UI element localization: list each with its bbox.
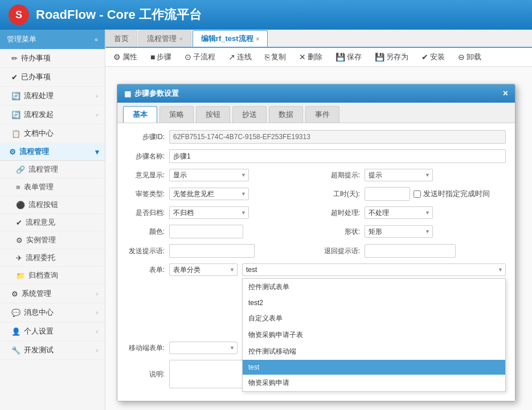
modal-title: 步骤参数设置 — [134, 88, 179, 99]
toolbar-btn-subprocess[interactable]: ⊙ 子流程 — [182, 51, 218, 63]
tab-flow-manage[interactable]: 流程管理 × — [138, 30, 191, 47]
sidebar-item-personal[interactable]: 👤 个人设置 › — [0, 322, 105, 341]
mobile-form-select[interactable] — [169, 342, 238, 354]
tabs-bar: 首页 流程管理 × 编辑rf_test流程 × — [105, 30, 532, 48]
returntip-input[interactable] — [365, 244, 456, 258]
overtime-handle-select[interactable]: 不处理 — [365, 206, 433, 219]
form-dropdown-list: 控件测试表单 test2 自定义表单 物资采购申请子表 控件测试移动端 test… — [242, 278, 506, 392]
modal-tab-data[interactable]: 数据 — [269, 106, 303, 123]
toolbar-btn-property[interactable]: ⚙ 属性 — [111, 51, 140, 63]
sidebar-header: 管理菜单 « — [0, 30, 105, 49]
stepid-input[interactable] — [169, 130, 506, 144]
form-row-stepname: 步骤名称: — [126, 149, 506, 163]
sub-btn-icon: ⚫ — [16, 201, 25, 209]
sub-instance-icon: ⚙ — [16, 236, 23, 245]
shape-select[interactable]: 矩形 — [365, 225, 433, 238]
sidebar-item-process-handle[interactable]: 🔄 流程处理 › — [0, 87, 105, 105]
modal-tabs: 基本 策略 按钮 抄送 数据 事件 — [117, 103, 515, 123]
sidebar-sub-archive[interactable]: 📁 归档查询 — [0, 267, 105, 285]
toolbar-btn-uninstall[interactable]: ⊖ 卸载 — [456, 51, 484, 63]
stepname-input[interactable] — [169, 149, 506, 163]
toolbar-btn-saveas[interactable]: 💾 另存为 — [373, 51, 411, 63]
dropdown-item-5[interactable]: test — [243, 360, 505, 375]
arrow-icon-4: › — [96, 310, 98, 316]
tab-home[interactable]: 首页 — [105, 30, 137, 47]
toolbar-btn-copy[interactable]: ⎘ 复制 — [263, 51, 288, 63]
color-input[interactable] — [169, 225, 243, 238]
toolbar: ⚙ 属性 ■ 步骤 ⊙ 子流程 ↗ 连线 ⎘ 复制 ✕ 删除 — [105, 48, 532, 67]
sidebar-sub-instance[interactable]: ⚙ 实例管理 — [0, 232, 105, 249]
send-on-done-label: 发送时指定完成时间 — [414, 189, 490, 199]
modal-tab-strategy[interactable]: 策略 — [159, 106, 194, 123]
tab-close-edit[interactable]: × — [256, 36, 260, 42]
isarchive-select[interactable]: 不归档 — [169, 206, 249, 219]
modal-tab-event[interactable]: 事件 — [305, 106, 339, 123]
form-select[interactable]: test — [242, 263, 506, 276]
arrow-icon-2: › — [96, 112, 98, 118]
sidebar-sub-flow-opinion[interactable]: ✔ 流程意见 — [0, 214, 105, 232]
toolbar-btn-step[interactable]: ■ 步骤 — [148, 51, 174, 63]
opinion-select[interactable]: 显示 — [169, 169, 249, 181]
modal-tab-basic[interactable]: 基本 — [123, 106, 157, 123]
modal-tab-button[interactable]: 按钮 — [196, 106, 230, 123]
sidebar-sub-flow-btn[interactable]: ⚫ 流程按钮 — [0, 196, 105, 214]
header-title: RoadFlow - Core 工作流平台 — [36, 6, 202, 23]
sidebar-sub-form-manage[interactable]: ≡ 表单管理 — [0, 178, 105, 196]
form-row-stepid: 步骤ID: — [126, 130, 506, 144]
mobile-form-select-wrapper — [169, 342, 238, 354]
modal-body: 步骤ID: 步骤名称: 意见显示: — [117, 123, 515, 401]
docenter-icon: 📋 — [11, 129, 21, 138]
dropdown-item-6[interactable]: 物资采购申请 — [243, 375, 505, 391]
tab-close-flow[interactable]: × — [179, 36, 183, 42]
dropdown-item-1[interactable]: test2 — [243, 295, 505, 310]
form-category-select[interactable]: 表单分类 — [169, 263, 238, 276]
toolbar-btn-line[interactable]: ↗ 连线 — [226, 51, 254, 63]
form-row-archive: 是否归档: 不归档 超时处理: 不处理 — [126, 206, 506, 219]
toolbar-btn-delete[interactable]: ✕ 删除 — [297, 51, 325, 63]
flow-manage-arrow: ▾ — [95, 148, 99, 156]
sidebar-item-done[interactable]: ✔ 已办事项 — [0, 68, 105, 87]
process-start-icon: 🔄 — [11, 111, 21, 119]
toolbar-btn-save[interactable]: 💾 保存 — [333, 51, 364, 63]
send-on-done-checkbox[interactable] — [414, 190, 421, 198]
dropdown-item-2[interactable]: 自定义表单 — [243, 310, 505, 327]
subprocess-icon: ⊙ — [185, 52, 191, 62]
sidebar-item-process-start[interactable]: 🔄 流程发起 › — [0, 105, 105, 124]
dropdown-item-4[interactable]: 控件测试移动端 — [243, 343, 505, 360]
arrow-icon-6: › — [96, 347, 98, 354]
sendtip-input[interactable] — [169, 244, 255, 258]
sys-manage-icon: ⚙ — [11, 290, 18, 298]
header: S RoadFlow - Core 工作流平台 — [0, 0, 532, 30]
toolbar-btn-install[interactable]: ✔ 安装 — [419, 51, 447, 63]
isarchive-label: 是否归档: — [126, 208, 169, 218]
shape-label: 形状: — [322, 227, 365, 237]
sidebar-item-sys-manage[interactable]: ⚙ 系统管理 › — [0, 285, 105, 303]
sidebar-item-docenter[interactable]: 📋 文档中心 — [0, 124, 105, 143]
form-row-tips: 发送提示语: 退回提示语: — [126, 244, 506, 258]
arrow-icon-5: › — [96, 328, 98, 335]
main-content: 首页 流程管理 × 编辑rf_test流程 × ⚙ 属性 ■ 步骤 ⊙ — [105, 30, 532, 410]
modal-close-button[interactable]: × — [503, 88, 508, 99]
color-label: 颜色: — [126, 227, 169, 237]
sidebar-sub-delegate[interactable]: ✈ 流程委托 — [0, 249, 105, 267]
form-row-sign: 审签类型: 无签批意见栏 工时(天): — [126, 187, 506, 201]
worktime-input[interactable] — [365, 187, 410, 201]
sendtip-label: 发送提示语: — [126, 246, 169, 256]
overtime-tip-select[interactable]: 提示 — [365, 169, 433, 181]
sidebar-collapse-icon[interactable]: « — [95, 36, 98, 43]
sub-delegate-icon: ✈ — [16, 254, 22, 262]
arrow-icon-3: › — [96, 291, 98, 297]
sidebar-item-flow-manage[interactable]: ⚙ 流程管理 ▾ — [0, 143, 105, 161]
signtype-select[interactable]: 无签批意见栏 — [169, 188, 249, 200]
sidebar-item-devtest[interactable]: 🔧 开发测试 › — [0, 341, 105, 360]
sidebar-item-todo[interactable]: ✏ 待办事项 — [0, 49, 105, 68]
dropdown-item-3[interactable]: 物资采购申请子表 — [243, 327, 505, 343]
tab-edit-flow[interactable]: 编辑rf_test流程 × — [193, 30, 268, 47]
modal-tab-carbon[interactable]: 抄送 — [232, 106, 267, 123]
opinion-select-wrapper: 显示 — [169, 169, 249, 181]
sidebar-item-msg-center[interactable]: 💬 消息中心 › — [0, 303, 105, 322]
dropdown-item-0[interactable]: 控件测试表单 — [243, 279, 505, 295]
overtime-tip-label: 超期提示: — [322, 171, 365, 180]
saveas-icon: 💾 — [375, 52, 384, 62]
sidebar-sub-flow-manage[interactable]: 🔗 流程管理 — [0, 161, 105, 178]
